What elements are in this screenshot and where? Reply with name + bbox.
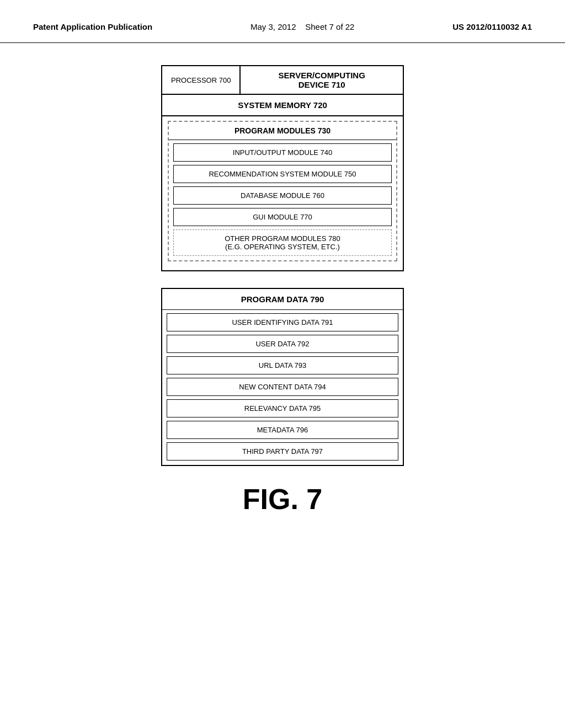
processor-box: PROCESSOR 700 — [162, 66, 241, 94]
gui-module-box: GUI MODULE 770 — [173, 208, 392, 226]
metadata-box: METADATA 796 — [167, 421, 398, 439]
program-data-box: PROGRAM DATA 790 USER IDENTIFYING DATA 7… — [161, 288, 404, 466]
io-module-label: INPUT/OUTPUT MODULE 740 — [233, 148, 332, 157]
database-module-label: DATABASE MODULE 760 — [241, 191, 324, 200]
relevancy-data-label: RELEVANCY DATA 795 — [244, 404, 321, 413]
top-row: PROCESSOR 700 SERVER/COMPUTING DEVICE 71… — [162, 66, 403, 95]
publication-label: Patent Application Publication — [33, 22, 152, 31]
user-identifying-data-box: USER IDENTIFYING DATA 791 — [167, 313, 398, 331]
new-content-data-label: NEW CONTENT DATA 794 — [239, 383, 326, 391]
program-modules-section: PROGRAM MODULES 730 INPUT/OUTPUT MODULE … — [168, 121, 397, 261]
database-module-box: DATABASE MODULE 760 — [173, 186, 392, 205]
user-identifying-data-label: USER IDENTIFYING DATA 791 — [232, 318, 333, 326]
date-sheet-label: May 3, 2012 Sheet 7 of 22 — [250, 22, 354, 31]
program-modules-header: PROGRAM MODULES 730 — [169, 122, 396, 140]
new-content-data-box: NEW CONTENT DATA 794 — [167, 378, 398, 396]
user-data-box: USER DATA 792 — [167, 335, 398, 353]
fig-label: FIG. 7 — [243, 483, 322, 516]
other-modules-line1: OTHER PROGRAM MODULES 780 — [179, 234, 386, 243]
url-data-label: URL DATA 793 — [259, 361, 306, 370]
date-label: May 3, 2012 — [250, 22, 296, 31]
diagram-area: PROCESSOR 700 SERVER/COMPUTING DEVICE 71… — [0, 43, 565, 527]
page-header: Patent Application Publication May 3, 20… — [0, 0, 565, 43]
third-party-data-box: THIRD PARTY DATA 797 — [167, 442, 398, 461]
relevancy-data-box: RELEVANCY DATA 795 — [167, 399, 398, 417]
processor-label: PROCESSOR 700 — [171, 76, 231, 84]
metadata-label: METADATA 796 — [257, 426, 308, 434]
recommendation-module-label: RECOMMENDATION SYSTEM MODULE 750 — [209, 170, 356, 178]
user-data-label: USER DATA 792 — [255, 340, 309, 348]
gui-module-label: GUI MODULE 770 — [253, 213, 312, 221]
io-module-box: INPUT/OUTPUT MODULE 740 — [173, 143, 392, 162]
program-data-header: PROGRAM DATA 790 — [162, 289, 403, 310]
patent-number-label: US 2012/0110032 A1 — [452, 22, 532, 31]
url-data-box: URL DATA 793 — [167, 356, 398, 374]
system-memory-label: SYSTEM MEMORY 720 — [238, 100, 327, 110]
system-memory-row: SYSTEM MEMORY 720 — [162, 95, 403, 116]
other-modules-box: OTHER PROGRAM MODULES 780 (E.G. OPERATIN… — [173, 229, 392, 256]
server-label: SERVER/COMPUTING DEVICE 710 — [241, 66, 403, 94]
server-computing-device-box: PROCESSOR 700 SERVER/COMPUTING DEVICE 71… — [161, 65, 404, 271]
server-label-line2: DEVICE 710 — [279, 80, 365, 89]
other-modules-line2: (E.G. OPERATING SYSTEM, ETC.) — [179, 243, 386, 251]
server-label-line1: SERVER/COMPUTING — [279, 71, 365, 80]
third-party-data-label: THIRD PARTY DATA 797 — [242, 447, 323, 456]
recommendation-module-box: RECOMMENDATION SYSTEM MODULE 750 — [173, 165, 392, 183]
sheet-label: Sheet 7 of 22 — [305, 22, 354, 31]
